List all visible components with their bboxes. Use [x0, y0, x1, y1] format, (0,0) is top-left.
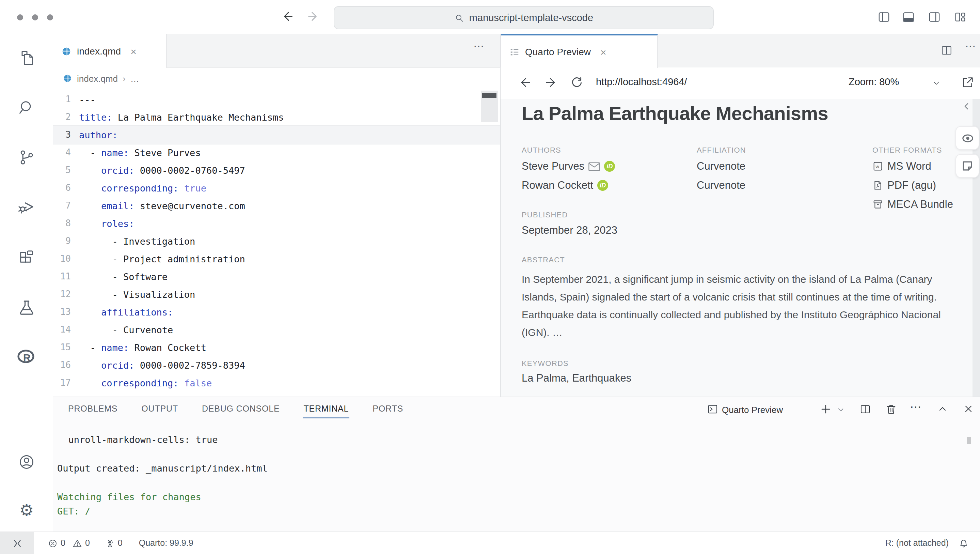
breadcrumb-more[interactable]: … [130, 73, 139, 83]
tab-index-qmd[interactable]: index.qmd × [53, 34, 167, 68]
error-icon [48, 538, 58, 548]
r-status[interactable]: R: (not attached) [885, 538, 949, 548]
split-editor-icon[interactable] [940, 44, 953, 57]
panel-tab-ports[interactable]: PORTS [372, 398, 404, 420]
format-link[interactable]: MECA Bundle [872, 195, 953, 214]
editor-group: index.qmd × ⋯ index.qmd › … 1---2title: … [53, 34, 500, 397]
code-line: 4 - name: Steve Purves [53, 144, 500, 161]
code-text: email: steve@curvenote.com [71, 197, 245, 215]
kill-terminal-trash-icon[interactable] [885, 403, 897, 415]
extensions-icon[interactable] [18, 248, 35, 266]
format-label: MS Word [888, 160, 931, 172]
code-text: - Curvenote [71, 321, 173, 338]
preview-notes-button[interactable] [956, 154, 979, 178]
author-name: Rowan Cockett [522, 179, 593, 192]
testing-beaker-icon[interactable] [18, 299, 36, 317]
problems-status[interactable]: 0 0 [48, 538, 90, 548]
settings-gear-icon[interactable]: ⚙ [19, 502, 34, 519]
status-bar: 0 0 0 Quarto: 99.9.9 R: (not attached) [0, 532, 980, 554]
meca-icon [872, 199, 883, 210]
preview-zoom-level[interactable]: Zoom: 80% [849, 76, 899, 87]
svg-text:R: R [23, 352, 31, 363]
format-link[interactable]: PDF (agu) [872, 176, 953, 195]
tab-close-icon[interactable]: × [600, 46, 606, 57]
line-number: 2 [53, 109, 71, 126]
terminal-line [57, 447, 268, 461]
toggle-panel-button[interactable] [902, 10, 915, 24]
accounts-icon[interactable] [18, 453, 35, 471]
orcid-icon[interactable]: iD [604, 161, 615, 172]
preview-url[interactable]: http://localhost:4964/ [596, 76, 687, 87]
panel-tab-problems[interactable]: PROBLEMS [67, 398, 118, 420]
history-forward-button[interactable] [307, 10, 320, 23]
broadcast-tower-icon [105, 538, 115, 548]
panel-tab-terminal[interactable]: TERMINAL [303, 398, 349, 420]
window-zoom-button[interactable] [47, 14, 53, 21]
affiliation-label: AFFILIATION [697, 146, 746, 154]
format-label: PDF (agu) [888, 179, 936, 192]
affiliation-row: Curvenote [697, 176, 745, 195]
code-line: 9 - Investigation [53, 232, 500, 250]
line-number: 8 [53, 215, 71, 232]
zoom-dropdown-chevron-icon[interactable] [932, 78, 941, 88]
remote-indicator[interactable] [0, 532, 34, 554]
preview-forward-icon[interactable] [544, 76, 558, 89]
editor-scrollbar-handle[interactable] [482, 93, 496, 98]
window-minimize-button[interactable] [32, 14, 38, 21]
search-sidebar-icon[interactable] [18, 99, 35, 117]
collapse-chevron-icon[interactable] [961, 101, 972, 112]
new-terminal-plus-icon[interactable] [820, 403, 832, 415]
preview-list-icon [509, 47, 520, 57]
code-editor[interactable]: 1---2title: La Palma Earthquake Mechanis… [53, 89, 500, 397]
terminal-scrollbar[interactable] [967, 437, 971, 444]
breadcrumb[interactable]: index.qmd › … [53, 68, 509, 89]
source-control-icon[interactable] [18, 148, 35, 166]
editor-tab-strip: index.qmd × ⋯ [53, 34, 500, 68]
breadcrumb-file[interactable]: index.qmd [77, 73, 118, 83]
quarto-file-icon [63, 73, 72, 83]
panel-tab-output[interactable]: OUTPUT [141, 398, 179, 420]
close-panel-icon[interactable] [963, 403, 974, 414]
command-center-search[interactable]: manuscript-template-vscode [334, 6, 714, 29]
code-text: corresponding: true [71, 179, 206, 197]
keywords-text: La Palma, Earthquakes [522, 372, 631, 384]
terminal-output[interactable]: unroll-markdown-cells: true Output creat… [57, 433, 268, 519]
terminal-dropdown-chevron-icon[interactable] [836, 406, 845, 414]
terminal-line: unroll-markdown-cells: true [57, 433, 268, 447]
terminal-session-label[interactable]: Quarto Preview [722, 405, 783, 415]
toggle-secondary-sidebar-button[interactable] [928, 10, 941, 24]
r-language-icon[interactable]: R [16, 348, 37, 365]
vscode-window: manuscript-template-vscode [0, 0, 980, 554]
toggle-primary-sidebar-button[interactable] [877, 10, 891, 24]
quarto-version-status[interactable]: Quarto: 99.9.9 [139, 538, 193, 548]
preview-group: Quarto Preview × ⋯ http://localhost:4964… [500, 34, 980, 397]
preview-refresh-icon[interactable] [570, 76, 584, 89]
run-debug-icon[interactable] [18, 198, 36, 216]
orcid-icon[interactable]: iD [597, 180, 608, 191]
bottom-panel: PROBLEMSOUTPUTDEBUG CONSOLETERMINALPORTS… [53, 397, 980, 532]
preview-visibility-button[interactable] [956, 126, 979, 150]
code-text: affiliations: [71, 303, 173, 321]
window-close-button[interactable] [17, 14, 23, 21]
ports-status[interactable]: 0 [105, 538, 123, 548]
preview-back-icon[interactable] [518, 76, 532, 89]
search-value: manuscript-template-vscode [469, 12, 593, 23]
notifications-bell-icon[interactable] [958, 538, 969, 549]
panel-more-actions-icon[interactable]: ⋯ [910, 400, 922, 414]
maximize-panel-chevron-icon[interactable] [937, 403, 948, 414]
search-icon [454, 13, 465, 23]
tab-quarto-preview[interactable]: Quarto Preview × [501, 34, 658, 68]
preview-more-actions-icon[interactable]: ⋯ [965, 40, 977, 53]
code-text: author: [71, 126, 118, 144]
editor-more-actions-icon[interactable]: ⋯ [473, 40, 485, 53]
tab-close-icon[interactable]: × [130, 45, 137, 57]
format-link[interactable]: wMS Word [872, 157, 953, 176]
explorer-icon[interactable] [18, 49, 35, 67]
customize-layout-button[interactable] [953, 10, 967, 24]
open-external-icon[interactable] [961, 76, 975, 89]
code-line: 15 - name: Rowan Cockett [53, 338, 500, 356]
history-back-button[interactable] [281, 10, 294, 23]
split-terminal-icon[interactable] [859, 403, 871, 415]
panel-tab-debug-console[interactable]: DEBUG CONSOLE [201, 398, 281, 420]
email-icon[interactable] [589, 162, 600, 171]
